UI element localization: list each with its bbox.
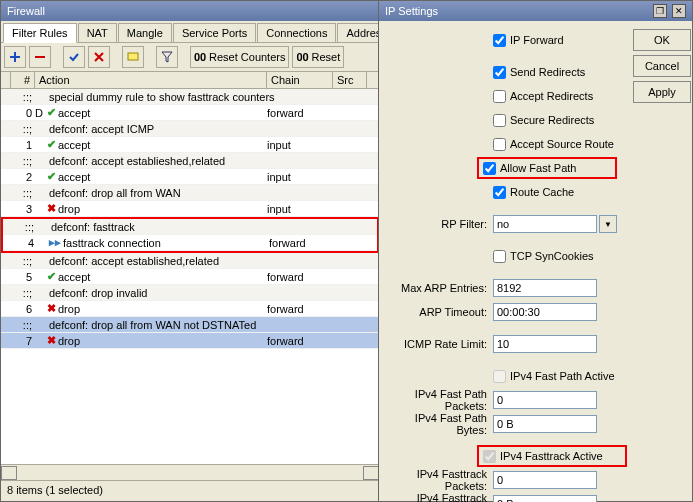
tab-mangle[interactable]: Mangle [118, 23, 172, 42]
accept-icon: ✔ [47, 106, 56, 119]
ip-settings-window: IP Settings ❐ ✕ IP Forward Send Redirect… [378, 0, 693, 502]
horizontal-scrollbar[interactable] [1, 464, 379, 480]
table-row[interactable]: 4▸▸fasttrack connectionforward [3, 235, 377, 251]
scroll-left-button[interactable] [1, 466, 17, 480]
ft-packets-label: IPv4 Fasttrack Packets: [387, 468, 493, 492]
secure-redirects-checkbox[interactable] [493, 114, 506, 127]
row-chain: forward [267, 303, 333, 315]
drop-icon: ✖ [47, 302, 56, 315]
table-comment-row[interactable]: ::;defconf: accept established,related [1, 253, 379, 269]
firewall-titlebar: Firewall [1, 1, 379, 21]
fasttrack-highlight: ::;defconf: fasttrack4▸▸fasttrack connec… [1, 217, 379, 253]
scroll-right-button[interactable] [363, 466, 379, 480]
table-comment-row[interactable]: ::;defconf: accept ICMP [1, 121, 379, 137]
row-num: 5 [11, 271, 35, 283]
disable-button[interactable] [88, 46, 110, 68]
row-chain: input [267, 203, 333, 215]
row-flag: D [35, 107, 47, 119]
row-num: 0 [11, 107, 35, 119]
comment-text: special dummy rule to show fasttrack cou… [35, 91, 275, 103]
fp-packets-label: IPv4 Fast Path Packets: [387, 388, 493, 412]
table-comment-row[interactable]: ::;defconf: drop all from WAN not DSTNAT… [1, 317, 379, 333]
row-num: 4 [13, 237, 37, 249]
ft-bytes-label: IPv4 Fasttrack Bytes: [387, 492, 493, 502]
fp-packets-value [493, 391, 597, 409]
max-arp-input[interactable] [493, 279, 597, 297]
allow-fast-path-checkbox[interactable] [483, 162, 496, 175]
table-row[interactable]: 7✖dropforward [1, 333, 379, 349]
col-action[interactable]: Action [35, 72, 267, 88]
add-button[interactable] [4, 46, 26, 68]
row-chain: input [267, 171, 333, 183]
tcp-syncookies-label: TCP SynCookies [510, 250, 594, 262]
rp-filter-input[interactable] [493, 215, 597, 233]
tcp-syncookies-checkbox[interactable] [493, 250, 506, 263]
comment-text: defconf: accept ICMP [35, 123, 154, 135]
table-row[interactable]: 6✖dropforward [1, 301, 379, 317]
accept-icon: ✔ [47, 170, 56, 183]
status-text: 8 items (1 selected) [7, 484, 103, 496]
table-comment-row[interactable]: ::;defconf: fasttrack [3, 219, 377, 235]
row-chain: forward [267, 335, 333, 347]
firewall-tabs: Filter Rules NAT Mangle Service Ports Co… [1, 21, 379, 43]
ip-forward-checkbox[interactable] [493, 34, 506, 47]
secure-redirects-label: Secure Redirects [510, 114, 594, 126]
accept-redirects-label: Accept Redirects [510, 90, 593, 102]
tab-filter-rules[interactable]: Filter Rules [3, 23, 77, 43]
firewall-window: Firewall Filter Rules NAT Mangle Service… [0, 0, 380, 502]
comment-button[interactable] [122, 46, 144, 68]
enable-button[interactable] [63, 46, 85, 68]
col-chain[interactable]: Chain [267, 72, 333, 88]
tab-connections[interactable]: Connections [257, 23, 336, 42]
ipv4-fasttrack-active-label: IPv4 Fasttrack Active [500, 450, 603, 462]
arp-timeout-input[interactable] [493, 303, 597, 321]
accept-redirects-checkbox[interactable] [493, 90, 506, 103]
ipv4-fast-path-active-label: IPv4 Fast Path Active [510, 370, 615, 382]
table-row[interactable]: 1✔acceptinput [1, 137, 379, 153]
table-comment-row[interactable]: ::;special dummy rule to show fasttrack … [1, 89, 379, 105]
accept-source-route-checkbox[interactable] [493, 138, 506, 151]
filter-button[interactable] [156, 46, 178, 68]
row-action: drop [58, 335, 80, 347]
table-row[interactable]: 3✖dropinput [1, 201, 379, 217]
ok-button[interactable]: OK [633, 29, 691, 51]
row-num: 7 [11, 335, 35, 347]
remove-button[interactable] [29, 46, 51, 68]
reset-all-button[interactable]: 00 Reset [292, 46, 344, 68]
row-num: 2 [11, 171, 35, 183]
row-action: accept [58, 107, 90, 119]
icmp-rate-input[interactable] [493, 335, 597, 353]
reset-counters-button[interactable]: 00 Reset Counters [190, 46, 289, 68]
ip-title: IP Settings [385, 5, 438, 17]
table-row[interactable]: 0D✔acceptforward [1, 105, 379, 121]
fasttrack-icon: ▸▸ [49, 236, 61, 249]
row-action: accept [58, 139, 90, 151]
apply-button[interactable]: Apply [633, 81, 691, 103]
allow-fast-path-label: Allow Fast Path [500, 162, 576, 174]
table-row[interactable]: 5✔acceptforward [1, 269, 379, 285]
row-action: drop [58, 303, 80, 315]
table-comment-row[interactable]: ::;defconf: drop all from WAN [1, 185, 379, 201]
col-src[interactable]: Src [333, 72, 367, 88]
comment-text: defconf: accept established,related [35, 255, 219, 267]
tab-service-ports[interactable]: Service Ports [173, 23, 256, 42]
ipv4-fasttrack-active-checkbox [483, 450, 496, 463]
rp-filter-dropdown[interactable]: ▼ [599, 215, 617, 233]
ip-forward-label: IP Forward [510, 34, 564, 46]
max-arp-label: Max ARP Entries: [387, 282, 493, 294]
table-comment-row[interactable]: ::;defconf: drop invalid [1, 285, 379, 301]
accept-icon: ✔ [47, 138, 56, 151]
table-comment-row[interactable]: ::;defconf: accept establieshed,related [1, 153, 379, 169]
comment-text: defconf: drop all from WAN [35, 187, 181, 199]
accept-icon: ✔ [47, 270, 56, 283]
close-icon[interactable]: ✕ [672, 4, 686, 18]
col-num[interactable]: # [11, 72, 35, 88]
row-action: accept [58, 271, 90, 283]
cancel-button[interactable]: Cancel [633, 55, 691, 77]
window-restore-icon[interactable]: ❐ [653, 4, 667, 18]
row-chain: input [267, 139, 333, 151]
send-redirects-checkbox[interactable] [493, 66, 506, 79]
tab-nat[interactable]: NAT [78, 23, 117, 42]
table-row[interactable]: 2✔acceptinput [1, 169, 379, 185]
route-cache-checkbox[interactable] [493, 186, 506, 199]
